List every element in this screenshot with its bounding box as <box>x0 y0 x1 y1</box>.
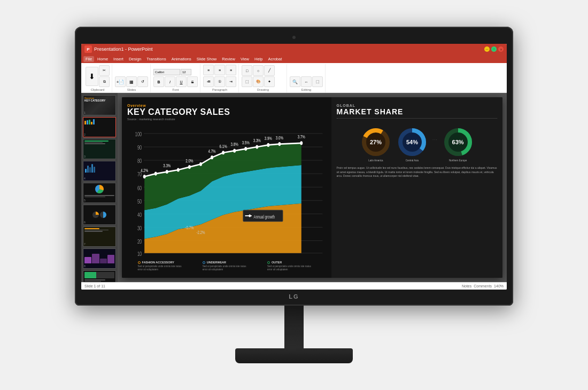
powerpoint-app: P Presentation1 - PowerPoint ─ □ ✕ File … <box>81 44 507 290</box>
menu-bar: File Home Insert Design Transitions Anim… <box>81 54 507 63</box>
svg-text:2013: 2013 <box>191 255 199 258</box>
align-right-button[interactable]: ≡ <box>226 65 236 75</box>
maximize-button[interactable]: □ <box>491 46 497 52</box>
notes-button[interactable]: Notes <box>462 284 471 288</box>
menu-file[interactable]: File <box>83 56 94 62</box>
donut-pct-central: 54% <box>406 139 418 145</box>
underline-button[interactable]: U <box>176 76 187 87</box>
svg-text:3.3%: 3.3% <box>253 137 261 143</box>
svg-text:4.7%: 4.7% <box>208 148 215 153</box>
monitor-base <box>235 348 353 363</box>
menu-view[interactable]: View <box>238 56 251 62</box>
cat-dot-fashion <box>138 261 141 264</box>
slide-thumb-8[interactable]: 8 <box>83 248 116 269</box>
window-controls[interactable]: ─ □ ✕ <box>484 46 504 52</box>
svg-text:2.0%: 2.0% <box>185 158 193 163</box>
chart-svg: 100 90 80 70 60 50 40 30 <box>127 124 326 258</box>
main-slide: Overview KEY CATEGORY SALES Source : mar… <box>122 97 502 278</box>
slide-thumb-3[interactable]: 3 <box>83 139 116 159</box>
svg-text:10: 10 <box>137 251 142 257</box>
comments-button[interactable]: Comments <box>474 284 492 288</box>
chart-categories: FASHION ACCESSORY Sed ut perspiciatis un… <box>127 261 326 271</box>
italic-button[interactable]: I <box>165 76 175 87</box>
cat-dot-outer <box>267 261 270 264</box>
donut-wrapper-northern: 63% <box>442 126 474 158</box>
shape-circle[interactable]: ○ <box>253 65 264 76</box>
cat-name-underwear: UNDERWEAR <box>207 261 226 264</box>
slide-thumb-9[interactable]: 9 <box>83 270 116 282</box>
quick-styles-button[interactable]: ✦ <box>264 76 275 87</box>
numbering-button[interactable]: ① <box>214 76 225 87</box>
copy-button[interactable]: ⧉ <box>99 76 110 87</box>
cat-desc-underwear: Sed ut perspiciatis unde omnis iste natu… <box>203 265 251 271</box>
zoom-level: 140% <box>494 284 504 288</box>
donut-center-northern: 63% <box>452 139 464 145</box>
align-center-button[interactable]: ≡ <box>214 65 225 75</box>
arrange-button[interactable]: ⬚ <box>242 76 252 87</box>
menu-home[interactable]: Home <box>95 56 110 62</box>
layout-button[interactable]: ▦ <box>126 76 137 87</box>
slide-left-panel: Overview KEY CATEGORY SALES Source : mar… <box>122 97 331 278</box>
svg-point-37 <box>143 175 146 178</box>
menu-design[interactable]: Design <box>127 56 143 62</box>
menu-transitions[interactable]: Transitions <box>144 56 168 62</box>
replace-button[interactable]: ↔ <box>301 76 312 87</box>
donut-pct-latin: 27% <box>370 139 382 145</box>
svg-point-49 <box>278 142 281 146</box>
fill-color-button[interactable]: 🎨 <box>253 76 264 87</box>
slides-panel[interactable]: Overview KEY CATEGORY 1 <box>81 93 118 282</box>
svg-text:30: 30 <box>137 225 142 231</box>
paste-button[interactable]: ⬇ <box>86 67 98 86</box>
align-left-button[interactable]: ≡ <box>203 65 214 75</box>
indent-button[interactable]: ⇥ <box>226 76 236 87</box>
select-button[interactable]: ⬚ <box>312 76 323 87</box>
bold-button[interactable]: B <box>153 76 164 87</box>
reset-button[interactable]: ↺ <box>137 76 148 87</box>
menu-insert[interactable]: Insert <box>111 56 126 62</box>
slide-thumb-2[interactable]: 2 <box>83 117 116 137</box>
close-button[interactable]: ✕ <box>498 46 504 52</box>
svg-point-41 <box>188 165 191 169</box>
slide-num-3: 3 <box>84 155 86 158</box>
svg-text:Annual growth: Annual growth <box>254 214 275 220</box>
bullets-button[interactable]: ≔ <box>203 76 214 87</box>
menu-help[interactable]: Help <box>252 56 265 62</box>
menu-review[interactable]: Review <box>220 56 237 62</box>
shape-rect[interactable]: □ <box>242 65 252 76</box>
svg-text:2014: 2014 <box>203 255 211 258</box>
svg-text:2012: 2012 <box>181 255 189 258</box>
find-button[interactable]: 🔍 <box>290 76 300 87</box>
menu-animations[interactable]: Animations <box>169 56 194 62</box>
slide-thumb-6[interactable]: 6 <box>83 205 116 225</box>
svg-text:80: 80 <box>137 158 142 165</box>
slide-thumb-1[interactable]: Overview KEY CATEGORY 1 <box>83 95 116 115</box>
minimize-button[interactable]: ─ <box>484 46 490 52</box>
status-right: Notes Comments 140% <box>462 284 504 288</box>
slide-thumb-7[interactable]: 7 <box>83 227 116 247</box>
donut-latin-america: 27% Latin America <box>360 126 392 162</box>
slide-thumb-5[interactable]: 5 <box>83 183 116 203</box>
donut-central-asia: 54% Central Asia <box>396 126 428 162</box>
menu-acrobat[interactable]: Acrobat <box>266 56 284 62</box>
svg-text:2019: 2019 <box>258 255 266 258</box>
cat-label-underwear: UNDERWEAR <box>203 261 251 264</box>
ribbon: ⬇ ✂ ⧉ Clipboard +📄 ▦ ↺ <box>81 63 507 93</box>
slide-right-panel: GLOBAL MARKET SHARE <box>331 97 502 278</box>
pie-preview <box>95 185 104 193</box>
new-slide-button[interactable]: +📄 <box>115 76 126 87</box>
svg-text:2021: 2021 <box>280 255 288 258</box>
cut-button[interactable]: ✂ <box>99 65 110 76</box>
menu-slideshow[interactable]: Slide Show <box>195 56 219 62</box>
slide-thumb-4[interactable]: 4 <box>83 161 116 181</box>
svg-point-38 <box>154 171 157 175</box>
category-fashion: FASHION ACCESSORY Sed ut perspiciatis un… <box>138 261 186 271</box>
donut-center-latin: 27% <box>370 139 382 145</box>
font-name-input[interactable]: Calibri <box>153 69 180 75</box>
strikethrough-button[interactable]: S <box>187 76 198 87</box>
font-size-input[interactable]: 12 <box>181 69 191 75</box>
shape-line[interactable]: ╱ <box>264 65 275 76</box>
market-share-label: MARKET SHARE <box>337 107 497 116</box>
monitor-bezel-bottom: LG <box>81 292 507 301</box>
slide-num-1: 1 <box>84 111 86 114</box>
slide-source: Source : marketing research institute <box>127 118 326 121</box>
